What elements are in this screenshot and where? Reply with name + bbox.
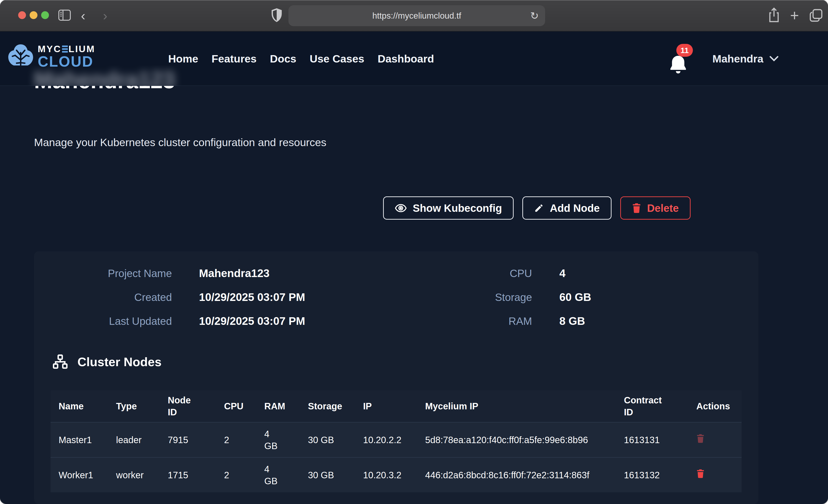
table-row: Worker1 worker 1715 2 4 GB 30 GB 10.20.3… bbox=[50, 457, 742, 492]
privacy-shield-icon[interactable] bbox=[271, 8, 283, 23]
bell-icon bbox=[668, 54, 689, 76]
node-type: leader bbox=[108, 434, 160, 446]
app-content: MYCLIUM CLOUD Home Features Docs Use Cas… bbox=[0, 32, 828, 504]
node-id: 1715 bbox=[160, 469, 216, 481]
table-header-row: Name Type Node ID CPU RAM Storage IP Myc… bbox=[50, 390, 742, 422]
table-row: Master1 leader 7915 2 4 GB 30 GB 10.20.2… bbox=[50, 422, 742, 457]
notifications-button[interactable]: 11 bbox=[668, 45, 695, 77]
detail-row-project-name: Project Name Mahendra123 bbox=[34, 267, 270, 280]
sitemap-icon bbox=[53, 354, 68, 369]
node-contract-id: 1613132 bbox=[616, 469, 688, 481]
detail-row-storage: Storage 60 GB bbox=[379, 291, 591, 303]
col-contract-id: Contract ID bbox=[616, 394, 688, 418]
user-name: Mahendra bbox=[712, 52, 763, 65]
col-ram: RAM bbox=[256, 400, 300, 412]
node-ip: 10.20.2.2 bbox=[355, 434, 417, 446]
reload-button[interactable]: ↻ bbox=[530, 10, 539, 22]
add-node-button[interactable]: Add Node bbox=[522, 197, 611, 220]
url-text: https://myceliumcloud.tf bbox=[372, 11, 461, 21]
nav-item-features[interactable]: Features bbox=[212, 52, 257, 65]
nav-item-dashboard[interactable]: Dashboard bbox=[378, 52, 434, 65]
logo-word-cloud: CLOUD bbox=[38, 54, 95, 69]
page-title: Mahendra123 bbox=[34, 86, 310, 97]
delete-cluster-button[interactable]: Delete bbox=[620, 197, 691, 220]
chevron-down-icon bbox=[770, 56, 779, 62]
col-actions: Actions bbox=[688, 400, 742, 412]
node-type: worker bbox=[108, 469, 160, 481]
brand-logo[interactable]: MYCLIUM CLOUD bbox=[7, 42, 95, 71]
logo-e-bars-icon bbox=[62, 45, 68, 53]
sidebar-toggle-button[interactable] bbox=[58, 9, 71, 21]
mycelium-logo-icon bbox=[7, 42, 35, 71]
pencil-icon bbox=[534, 203, 544, 213]
browser-window: ‹ › https://myceliumcloud.tf ↻ + bbox=[0, 0, 828, 504]
col-storage: Storage bbox=[300, 400, 355, 412]
detail-row-cpu: CPU 4 bbox=[379, 267, 566, 280]
node-name: Worker1 bbox=[50, 469, 108, 481]
nav-item-home[interactable]: Home bbox=[168, 52, 198, 65]
cluster-actions: Show Kubeconfig Add Node Delete bbox=[383, 197, 691, 220]
delete-node-button[interactable] bbox=[696, 434, 705, 444]
col-ip: IP bbox=[355, 400, 417, 412]
eye-icon bbox=[395, 204, 407, 212]
cluster-details-card: Project Name Mahendra123 Created 10/29/2… bbox=[34, 251, 758, 504]
detail-row-last-updated: Last Updated 10/29/2025 03:07 PM bbox=[34, 315, 305, 327]
delete-node-button[interactable] bbox=[696, 469, 705, 478]
node-storage: 30 GB bbox=[300, 434, 355, 446]
detail-row-ram: RAM 8 GB bbox=[379, 315, 585, 327]
col-mycelium-ip: Mycelium IP bbox=[417, 400, 616, 412]
nav-links: Home Features Docs Use Cases Dashboard bbox=[168, 32, 434, 86]
tabs-overview-button[interactable] bbox=[809, 8, 823, 23]
col-name: Name bbox=[50, 400, 108, 412]
node-ram: 4 GB bbox=[256, 463, 300, 487]
node-cpu: 2 bbox=[216, 434, 256, 446]
traffic-light-zoom[interactable] bbox=[41, 11, 49, 19]
node-mycelium-ip: 446:d2a6:8bcd:8c16:ff0f:72e2:3114:863f bbox=[417, 469, 616, 481]
trash-icon bbox=[696, 469, 705, 478]
node-name: Master1 bbox=[50, 434, 108, 446]
cluster-nodes-table: Name Type Node ID CPU RAM Storage IP Myc… bbox=[50, 390, 742, 492]
logo-word-mycelium: MYCLIUM bbox=[38, 44, 95, 54]
page-subtitle: Manage your Kubernetes cluster configura… bbox=[34, 136, 326, 149]
col-type: Type bbox=[108, 400, 160, 412]
share-button[interactable] bbox=[768, 7, 780, 24]
node-ram: 4 GB bbox=[256, 428, 300, 452]
browser-chrome: ‹ › https://myceliumcloud.tf ↻ + bbox=[0, 0, 828, 32]
user-menu[interactable]: Mahendra bbox=[712, 32, 779, 86]
node-mycelium-ip: 5d8:78ea:a120:f40c:ff0f:a5fe:99e6:8b96 bbox=[417, 434, 616, 446]
nav-item-use-cases[interactable]: Use Cases bbox=[309, 52, 364, 65]
trash-icon bbox=[632, 203, 641, 213]
node-cpu: 2 bbox=[216, 469, 256, 481]
back-button[interactable]: ‹ bbox=[81, 9, 85, 23]
node-id: 7915 bbox=[160, 434, 216, 446]
traffic-light-minimize[interactable] bbox=[30, 11, 37, 19]
new-tab-button[interactable]: + bbox=[790, 9, 799, 22]
trash-icon bbox=[696, 434, 705, 444]
traffic-light-close[interactable] bbox=[18, 11, 26, 19]
top-navigation: MYCLIUM CLOUD Home Features Docs Use Cas… bbox=[0, 32, 828, 86]
url-input[interactable]: https://myceliumcloud.tf ↻ bbox=[288, 5, 545, 26]
detail-row-created: Created 10/29/2025 03:07 PM bbox=[34, 291, 305, 303]
node-storage: 30 GB bbox=[300, 469, 355, 481]
col-node-id: Node ID bbox=[160, 394, 216, 418]
notification-badge: 11 bbox=[676, 44, 693, 57]
show-kubeconfig-button[interactable]: Show Kubeconfig bbox=[383, 197, 513, 220]
nav-item-docs[interactable]: Docs bbox=[270, 52, 296, 65]
col-cpu: CPU bbox=[216, 400, 256, 412]
cluster-nodes-heading: Cluster Nodes bbox=[53, 354, 162, 369]
node-ip: 10.20.3.2 bbox=[355, 469, 417, 481]
node-contract-id: 1613131 bbox=[616, 434, 688, 446]
forward-button[interactable]: › bbox=[103, 9, 107, 23]
